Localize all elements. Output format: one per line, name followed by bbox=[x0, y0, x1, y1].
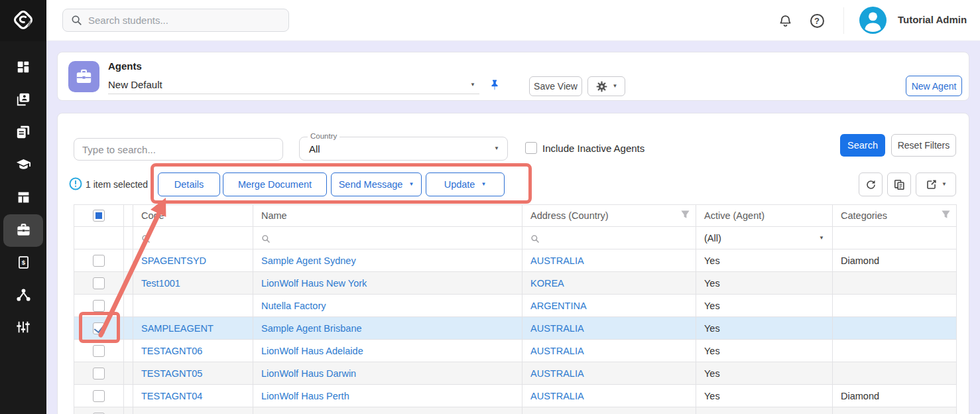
cell-code[interactable]: TESTAGNT05 bbox=[141, 368, 202, 379]
refresh-button[interactable] bbox=[859, 172, 883, 196]
cell-address[interactable]: KOREA bbox=[530, 278, 564, 289]
grid-search-input[interactable] bbox=[74, 138, 283, 161]
dashboard-icon bbox=[16, 60, 31, 76]
cell-categories: Diamond bbox=[833, 249, 957, 272]
search-input[interactable] bbox=[62, 9, 289, 32]
global-search bbox=[62, 9, 289, 32]
avatar-person-icon bbox=[859, 7, 887, 34]
annotation-highlight-action-buttons bbox=[151, 163, 532, 204]
sidebar-item-documents[interactable] bbox=[3, 117, 43, 149]
network-icon bbox=[16, 287, 31, 305]
cell-name[interactable]: LionWolf Haus Adelaide bbox=[261, 346, 363, 356]
country-select-label: Country bbox=[308, 132, 339, 140]
page-title: Agents bbox=[108, 60, 142, 72]
selection-count: 1 item selected bbox=[86, 179, 148, 190]
cell-active: Yes bbox=[696, 385, 833, 407]
export-button[interactable]: ▼ bbox=[916, 172, 956, 196]
active-filter-value: (All) bbox=[704, 233, 721, 243]
page-header-card: Agents New Default ▼ Save View ▼ New Age… bbox=[57, 52, 969, 101]
country-select-value: All bbox=[309, 143, 320, 155]
cell-name[interactable]: LionWolf Haus Perth bbox=[261, 391, 349, 401]
table-row[interactable]: SAMPLEAGENT Sample Agent Brisbane AUSTRA… bbox=[74, 317, 957, 340]
active-filter-select[interactable]: (All)▼ bbox=[696, 227, 833, 249]
column-header-name-label: Name bbox=[261, 210, 287, 221]
cell-name[interactable]: LionWolf Haus New York bbox=[261, 278, 367, 289]
cell-categories bbox=[833, 340, 957, 362]
cell-name[interactable]: Nutella Factory bbox=[261, 301, 326, 311]
table-row[interactable]: TESTAGNT04 LionWolf Haus Perth AUSTRALIA… bbox=[74, 385, 957, 407]
documents-icon bbox=[16, 125, 31, 141]
cell-categories bbox=[833, 362, 957, 385]
chevron-down-icon: ▼ bbox=[819, 236, 824, 241]
country-select[interactable]: Country All ▼ bbox=[299, 137, 508, 161]
cell-address[interactable]: AUSTRALIA bbox=[530, 346, 584, 356]
notifications-button[interactable] bbox=[777, 13, 793, 29]
sidebar-item-education[interactable] bbox=[3, 149, 43, 182]
cell-categories bbox=[833, 407, 957, 414]
view-selector[interactable]: New Default ▼ bbox=[108, 76, 479, 94]
refresh-icon bbox=[865, 178, 877, 191]
copy-button[interactable] bbox=[887, 172, 911, 196]
column-header-address[interactable]: Address (Country) bbox=[522, 205, 696, 227]
cell-name[interactable]: Sample Agent Sydney bbox=[261, 255, 356, 266]
table-row[interactable]: Test1001 LionWolf Haus New York KOREA Ye… bbox=[74, 272, 957, 295]
view-settings-button[interactable]: ▼ bbox=[587, 76, 625, 96]
filter-funnel-icon[interactable] bbox=[941, 210, 951, 222]
cell-address[interactable]: AUSTRALIA bbox=[530, 391, 584, 401]
grid-header-row: Code Name Address (Country) Active (Agen… bbox=[74, 205, 957, 227]
include-inactive-label[interactable]: Include Inactive Agents bbox=[542, 143, 644, 154]
row-checkbox[interactable] bbox=[93, 390, 105, 402]
cell-name[interactable]: LionWolf Haus Darwin bbox=[261, 368, 356, 379]
row-checkbox[interactable] bbox=[93, 345, 105, 357]
column-header-address-label: Address (Country) bbox=[530, 210, 609, 221]
column-header-active-label: Active (Agent) bbox=[704, 210, 765, 221]
sidebar-item-agents[interactable] bbox=[3, 214, 43, 247]
cell-address[interactable]: ARGENTINA bbox=[530, 301, 587, 311]
search-icon bbox=[530, 234, 540, 243]
table-row[interactable]: TESTAGNT05 LionWolf Haus Darwin AUSTRALI… bbox=[74, 362, 957, 385]
column-header-categories[interactable]: Categories bbox=[833, 205, 957, 227]
sidebar-item-workflow[interactable] bbox=[3, 279, 43, 312]
table-row[interactable]: SPAGENTSYD Sample Agent Sydney AUSTRALIA… bbox=[74, 249, 957, 272]
save-view-button[interactable]: Save View bbox=[529, 76, 582, 96]
user-avatar[interactable] bbox=[859, 7, 887, 34]
pin-view-button[interactable] bbox=[487, 78, 502, 92]
address-filter-input[interactable] bbox=[522, 227, 696, 249]
row-checkbox[interactable] bbox=[93, 368, 105, 380]
sidebar-item-contacts[interactable] bbox=[3, 84, 43, 117]
new-agent-button[interactable]: New Agent bbox=[906, 76, 962, 96]
cell-categories bbox=[833, 272, 957, 295]
sidebar-item-invoices[interactable]: $ bbox=[3, 247, 43, 279]
sidebar-item-planner[interactable] bbox=[3, 182, 43, 214]
cell-active: Yes bbox=[696, 295, 833, 317]
name-filter-input[interactable] bbox=[253, 227, 522, 249]
categories-filter-cell[interactable] bbox=[833, 227, 957, 249]
search-button[interactable]: Search bbox=[840, 134, 885, 157]
cell-address[interactable]: AUSTRALIA bbox=[530, 255, 584, 266]
graduation-cap-icon bbox=[16, 157, 31, 174]
view-selector-value: New Default bbox=[108, 79, 162, 90]
column-header-active[interactable]: Active (Agent) bbox=[696, 205, 833, 227]
reset-filters-button[interactable]: Reset Filters bbox=[891, 134, 956, 157]
pin-icon bbox=[489, 79, 501, 91]
user-name[interactable]: Tutorial Admin bbox=[898, 14, 967, 25]
chevron-down-icon: ▼ bbox=[613, 84, 618, 89]
cell-address[interactable]: AUSTRALIA bbox=[530, 323, 584, 334]
cell-active: Yes bbox=[696, 362, 833, 385]
table-row[interactable]: TESTAGNT06 LionWolf Haus Adelaide AUSTRA… bbox=[74, 340, 957, 362]
cell-code[interactable]: TESTAGNT06 bbox=[141, 346, 202, 356]
sidebar-item-preferences[interactable] bbox=[3, 312, 43, 344]
app-logo[interactable] bbox=[0, 0, 46, 41]
bell-icon bbox=[778, 13, 793, 29]
sidebar-item-dashboard[interactable] bbox=[3, 52, 43, 84]
help-button[interactable]: ? bbox=[809, 13, 825, 29]
cell-code[interactable]: TESTAGNT04 bbox=[141, 391, 202, 401]
cell-name[interactable]: Sample Agent Brisbane bbox=[261, 323, 362, 334]
filter-funnel-icon[interactable] bbox=[680, 210, 690, 222]
cell-address[interactable]: AUSTRALIA bbox=[530, 368, 584, 379]
table-row[interactable]: Nutella Factory ARGENTINA Yes bbox=[74, 295, 957, 317]
column-header-name[interactable]: Name bbox=[253, 205, 522, 227]
layout-icon bbox=[17, 190, 31, 206]
table-row[interactable] bbox=[74, 407, 957, 414]
include-inactive-checkbox[interactable] bbox=[525, 142, 537, 154]
